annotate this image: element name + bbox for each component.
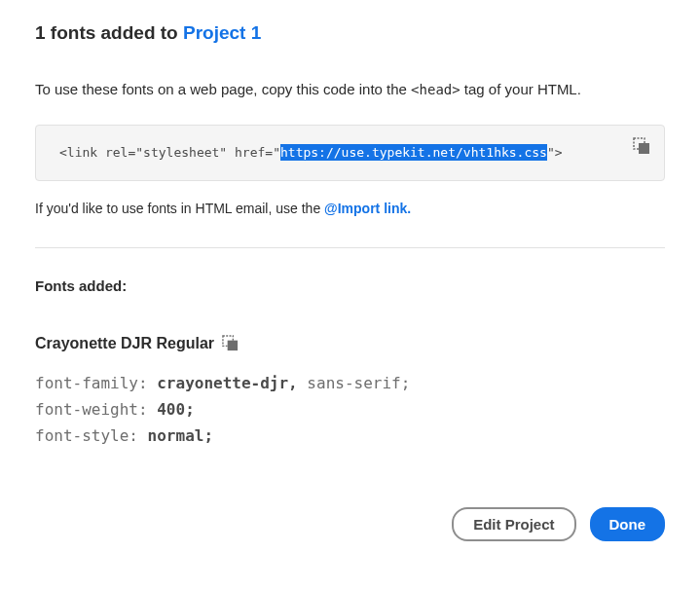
project-link[interactable]: Project 1 [183, 22, 261, 43]
heading-prefix: 1 fonts added to [35, 22, 183, 43]
edit-project-button[interactable]: Edit Project [452, 507, 575, 541]
font-name-row: Crayonette DJR Regular [35, 335, 665, 352]
svg-rect-3 [228, 341, 238, 350]
fonts-added-label: Fonts added: [35, 277, 665, 294]
css-style-value: normal; [148, 426, 213, 445]
instruction-text: To use these fonts on a web page, copy t… [35, 81, 665, 97]
email-note-prefix: If you'd like to use fonts in HTML email… [35, 201, 324, 216]
instruction-suffix: tag of your HTML. [461, 81, 581, 97]
code-suffix: "> [547, 145, 563, 160]
css-font-style-line: font-style: normal; [35, 423, 665, 449]
copy-code-icon[interactable] [633, 137, 650, 155]
svg-rect-1 [639, 143, 649, 154]
css-font-family-line: font-family: crayonette-djr, sans-serif; [35, 370, 665, 396]
email-note: If you'd like to use fonts in HTML email… [35, 201, 665, 216]
import-link[interactable]: @Import link. [324, 201, 411, 216]
code-url-highlight: https://use.typekit.net/vht1hks.css [280, 144, 547, 161]
head-tag-code: <head> [411, 82, 461, 97]
code-prefix: <link rel="stylesheet" href=" [59, 145, 280, 160]
css-style-key: font-style: [35, 426, 148, 445]
css-weight-key: font-weight: [35, 400, 157, 419]
embed-code-block[interactable]: <link rel="stylesheet" href="https://use… [35, 125, 665, 181]
done-button[interactable]: Done [590, 507, 666, 541]
section-divider [35, 247, 665, 248]
font-name: Crayonette DJR Regular [35, 335, 214, 352]
css-family-key: font-family: [35, 374, 157, 392]
css-weight-value: 400; [157, 400, 195, 419]
css-family-value: crayonette-djr, [157, 374, 298, 392]
copy-css-icon[interactable] [222, 335, 239, 351]
page-heading: 1 fonts added to Project 1 [35, 22, 665, 44]
instruction-prefix: To use these fonts on a web page, copy t… [35, 81, 411, 97]
css-font-weight-line: font-weight: 400; [35, 396, 665, 423]
button-row: Edit Project Done [35, 507, 665, 541]
css-properties: font-family: crayonette-djr, sans-serif;… [35, 370, 665, 450]
css-family-fallback: sans-serif; [298, 374, 411, 392]
